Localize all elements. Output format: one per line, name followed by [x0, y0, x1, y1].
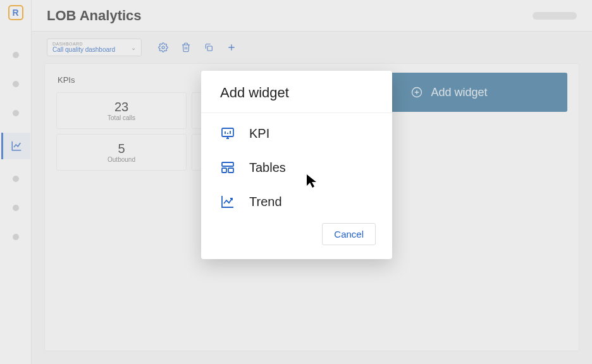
modal-option-trend[interactable]: Trend [220, 194, 373, 209]
svg-rect-6 [228, 168, 233, 173]
svg-rect-4 [222, 162, 233, 166]
trend-icon [220, 194, 235, 209]
modal-option-label: KPI [249, 126, 269, 141]
modal-option-kpi[interactable]: KPI [220, 126, 373, 141]
svg-rect-5 [222, 168, 226, 173]
cancel-button[interactable]: Cancel [322, 223, 376, 245]
modal-title: Add widget [201, 71, 392, 113]
add-widget-modal: Add widget KPI Tables Trend Cancel [201, 71, 392, 259]
modal-option-tables[interactable]: Tables [220, 160, 373, 175]
modal-option-label: Trend [249, 195, 282, 209]
table-icon [220, 160, 235, 175]
kpi-icon [220, 126, 235, 141]
svg-rect-3 [222, 128, 233, 136]
modal-option-label: Tables [249, 161, 286, 175]
